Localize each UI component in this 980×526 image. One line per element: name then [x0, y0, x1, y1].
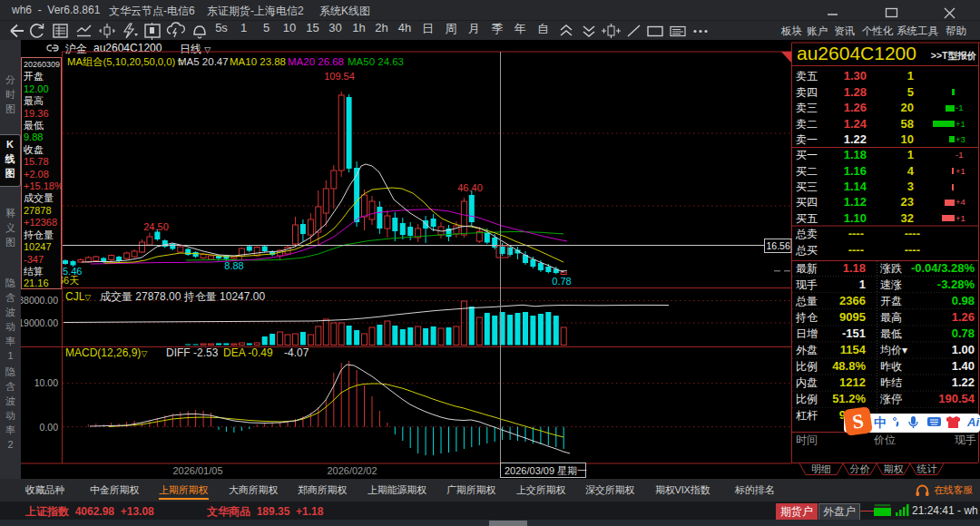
svg-text:DEA -0.49: DEA -0.49	[223, 346, 273, 359]
svg-text:CJL▽: CJL▽	[65, 290, 91, 303]
svg-text:109.54: 109.54	[324, 71, 355, 82]
svg-text:2026/02/02: 2026/02/02	[327, 465, 377, 476]
svg-text:-4.07: -4.07	[284, 346, 309, 359]
svg-text:MA50 24.63: MA50 24.63	[348, 56, 404, 67]
svg-text:16.56: 16.56	[767, 240, 790, 251]
svg-text:0.78: 0.78	[552, 276, 571, 287]
svg-text:DIFF -2.53: DIFF -2.53	[166, 346, 219, 359]
svg-text:2026/03/09 星期一: 2026/03/09 星期一	[505, 465, 587, 476]
svg-text:10.00: 10.00	[34, 377, 58, 388]
svg-text:19000.00: 19000.00	[18, 317, 58, 328]
svg-text:MA10 23.88: MA10 23.88	[230, 56, 286, 67]
svg-text:46.40: 46.40	[457, 182, 483, 193]
svg-text:24.50: 24.50	[143, 221, 169, 232]
svg-text:MACD(12,26,9)▽: MACD(12,26,9)▽	[65, 346, 147, 359]
svg-text:成交量 27878.00 持仓量 10247.00: 成交量 27878.00 持仓量 10247.00	[100, 290, 265, 303]
svg-text:Ai: Ai	[966, 415, 979, 429]
svg-text:2026/01/05: 2026/01/05	[172, 465, 222, 476]
svg-text:MA20 26.68: MA20 26.68	[288, 56, 344, 67]
svg-text:8.88: 8.88	[224, 260, 243, 271]
svg-text:MA组合(5,10,20,50,0,0) ▽: MA组合(5,10,20,50,0,0) ▽	[67, 56, 184, 67]
svg-text:0.00: 0.00	[40, 422, 59, 433]
svg-text:38000.00: 38000.00	[18, 295, 58, 306]
svg-text:MA5 20.47: MA5 20.47	[178, 56, 229, 67]
